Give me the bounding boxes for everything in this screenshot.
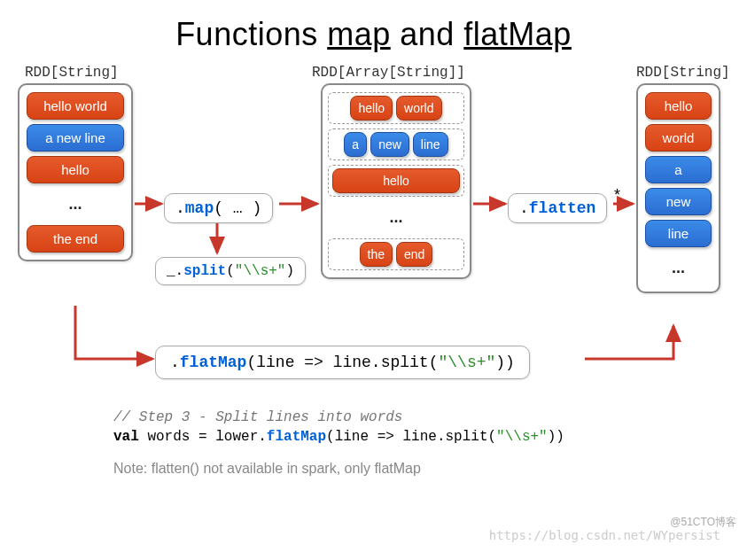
watermark-csdn: https://blog.csdn.net/WYpersist [489, 528, 720, 542]
diagram-container: RDD[String] RDD[Array[String]] RDD[Strin… [0, 62, 747, 558]
page-title: Functions map and flatMap [0, 16, 747, 53]
code-snippet: // Step 3 - Split lines into words val w… [113, 408, 564, 447]
arrows-svg [0, 62, 747, 399]
footnote: Note: flatten() not available in spark, … [113, 461, 421, 477]
